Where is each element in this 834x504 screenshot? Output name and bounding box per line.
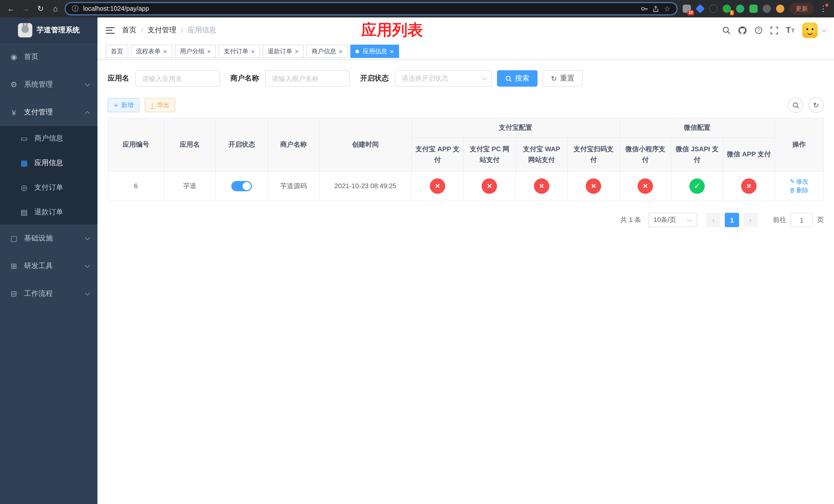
browser-back-icon[interactable]: ← bbox=[5, 3, 16, 14]
github-icon[interactable] bbox=[738, 26, 747, 35]
avatar-caret-icon[interactable] bbox=[821, 27, 827, 32]
sidebar-item-merchant-info[interactable]: ▭ 商户信息 bbox=[0, 126, 97, 151]
sidebar-item-pay-order[interactable]: ◎ 支付订单 bbox=[0, 175, 97, 200]
sidebar-item-label: 系统管理 bbox=[24, 80, 80, 89]
page-size-select[interactable]: 10条/页 bbox=[648, 213, 697, 227]
update-button[interactable]: 更新 bbox=[789, 3, 814, 15]
export-button[interactable]: ↓ 导出 bbox=[145, 98, 175, 112]
goto-page-input[interactable] bbox=[790, 213, 813, 227]
tags-view-bar: 首页 流程表单× 用户分组× 支付订单× 退款订单× 商户信息× 应用信息× bbox=[97, 43, 834, 60]
browser-menu-icon[interactable]: ⋮ bbox=[818, 3, 829, 14]
wx-jsapi-status-icon: ✓ bbox=[689, 178, 705, 193]
extensions-area: 10 1 bbox=[681, 4, 786, 13]
site-info-icon[interactable]: ⓘ bbox=[72, 4, 79, 13]
extension-icon-6[interactable] bbox=[749, 4, 758, 13]
chevron-up-icon bbox=[85, 111, 90, 116]
extension-icon-1[interactable]: 10 bbox=[682, 4, 692, 13]
app-name-input[interactable] bbox=[135, 70, 220, 87]
yen-icon: ¥ bbox=[9, 108, 19, 117]
next-page-button[interactable]: › bbox=[743, 213, 758, 227]
browser-forward-icon[interactable]: → bbox=[20, 3, 31, 14]
sidebar-item-refund-order[interactable]: ▤ 退款订单 bbox=[0, 200, 97, 225]
sidebar-item-app-info[interactable]: ▦ 应用信息 bbox=[0, 151, 97, 175]
app-table: 应用编号 应用名 开启状态 商户名称 创建时间 支付宝配置 微信配置 操作 支付… bbox=[108, 118, 824, 201]
merchant-name-input[interactable] bbox=[265, 70, 350, 87]
fullscreen-icon[interactable] bbox=[770, 26, 778, 34]
sidebar-item-label: 应用信息 bbox=[35, 158, 89, 168]
tab-user-group[interactable]: 用户分组× bbox=[175, 45, 216, 58]
user-avatar[interactable] bbox=[802, 23, 818, 38]
sidebar-item-label: 首页 bbox=[24, 52, 89, 62]
cell-alipay-wap: × bbox=[515, 171, 568, 200]
close-icon[interactable]: × bbox=[295, 48, 299, 54]
sidebar-item-label: 工作流程 bbox=[24, 289, 80, 298]
extension-icon-7[interactable] bbox=[762, 4, 771, 13]
gear-icon: ⚙ bbox=[9, 80, 19, 89]
cell-wx-mini: × bbox=[620, 171, 671, 200]
tab-refund-order[interactable]: 退款订单× bbox=[263, 45, 304, 58]
tab-merchant-info[interactable]: 商户信息× bbox=[306, 45, 348, 58]
extension-icon-2[interactable] bbox=[696, 4, 705, 13]
chevron-down-icon bbox=[85, 290, 90, 295]
sidebar-item-payment[interactable]: ¥ 支付管理 bbox=[0, 98, 97, 126]
edit-button[interactable]: ✎ 修改 bbox=[790, 177, 808, 186]
extension-icon-wechat[interactable] bbox=[736, 4, 745, 13]
screenshot-root: ← → ↻ ⌂ ⓘ localhost:1024/pay/app ☆ 10 1 … bbox=[0, 0, 834, 504]
close-icon[interactable]: × bbox=[163, 48, 167, 54]
toggle-search-button[interactable] bbox=[788, 97, 803, 113]
refresh-table-button[interactable]: ↻ bbox=[808, 97, 824, 113]
bookmark-star-icon[interactable]: ☆ bbox=[664, 5, 671, 13]
help-icon[interactable]: ? bbox=[754, 26, 763, 35]
extension-icon-avatar[interactable] bbox=[775, 4, 785, 13]
close-icon[interactable]: × bbox=[339, 48, 343, 54]
col-header-wx-mini: 微信小程序支付 bbox=[620, 138, 671, 171]
extension-icon-3[interactable] bbox=[709, 4, 718, 13]
delete-button[interactable]: 删除 bbox=[790, 186, 809, 194]
dashboard-icon: ◉ bbox=[9, 52, 19, 62]
breadcrumb-payment[interactable]: 支付管理 bbox=[148, 26, 176, 35]
sidebar-item-workflow[interactable]: ⊟ 工作流程 bbox=[0, 280, 97, 307]
breadcrumb-home[interactable]: 首页 bbox=[122, 26, 136, 35]
close-icon[interactable]: × bbox=[207, 48, 211, 54]
password-key-icon[interactable] bbox=[641, 5, 648, 12]
add-button[interactable]: + 新增 bbox=[108, 98, 139, 112]
status-select-placeholder: 请选择开启状态 bbox=[402, 74, 448, 83]
app-grid-icon: ▦ bbox=[20, 158, 29, 168]
col-header-alipay-wap: 支付宝 WAP 网站支付 bbox=[515, 138, 568, 171]
address-bar[interactable]: ⓘ localhost:1024/pay/app ☆ bbox=[65, 2, 678, 15]
sidebar-item-home[interactable]: ◉ 首页 bbox=[0, 43, 97, 71]
download-icon: ↓ bbox=[151, 101, 154, 109]
navbar-actions: ? TT bbox=[722, 23, 826, 38]
prev-page-button[interactable]: ‹ bbox=[706, 213, 721, 227]
status-toggle[interactable] bbox=[232, 181, 252, 191]
current-page-button[interactable]: 1 bbox=[725, 213, 739, 227]
tab-app-info[interactable]: 应用信息× bbox=[350, 45, 399, 58]
sidebar-item-devtools[interactable]: ⊞ 研发工具 bbox=[0, 252, 97, 280]
browser-home-icon[interactable]: ⌂ bbox=[50, 3, 61, 14]
extension-icon-4[interactable]: 1 bbox=[722, 4, 731, 13]
url-text[interactable]: localhost:1024/pay/app bbox=[83, 5, 636, 12]
reset-button[interactable]: ↻ 重置 bbox=[543, 70, 583, 87]
share-icon[interactable] bbox=[653, 5, 659, 12]
tab-process-form[interactable]: 流程表单× bbox=[131, 45, 172, 58]
tab-home[interactable]: 首页 bbox=[106, 45, 128, 58]
status-label: 开启状态 bbox=[360, 74, 389, 83]
search-icon[interactable] bbox=[722, 26, 730, 35]
devtools-icon: ⊞ bbox=[9, 261, 19, 271]
font-size-icon[interactable]: TT bbox=[786, 26, 794, 35]
sidebar-toggle-icon[interactable] bbox=[106, 27, 115, 33]
sidebar-item-system[interactable]: ⚙ 系统管理 bbox=[0, 71, 97, 98]
app-logo-row[interactable]: 芋道管理系统 bbox=[0, 18, 97, 43]
sidebar-item-infra[interactable]: ▢ 基础设施 bbox=[0, 225, 97, 252]
cell-app-id: 6 bbox=[108, 171, 164, 200]
col-header-actions: 操作 bbox=[774, 118, 824, 171]
status-select[interactable]: 请选择开启状态 bbox=[395, 70, 492, 87]
logo-image bbox=[18, 23, 32, 38]
tab-pay-order[interactable]: 支付订单× bbox=[219, 45, 260, 58]
close-icon[interactable]: × bbox=[251, 48, 255, 54]
search-button[interactable]: 搜索 bbox=[497, 70, 537, 87]
close-icon[interactable]: × bbox=[390, 48, 394, 54]
browser-reload-icon[interactable]: ↻ bbox=[35, 3, 46, 14]
col-header-app-id: 应用编号 bbox=[108, 118, 164, 171]
extension-badge: 10 bbox=[687, 10, 694, 15]
